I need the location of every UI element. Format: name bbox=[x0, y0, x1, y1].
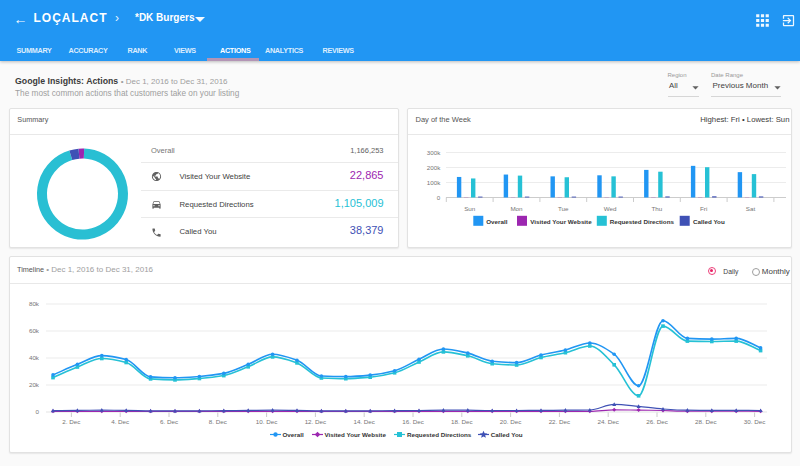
svg-text:30. Dec: 30. Dec bbox=[744, 418, 766, 425]
svg-text:Called You: Called You bbox=[693, 218, 725, 225]
svg-text:20k: 20k bbox=[29, 381, 40, 388]
svg-text:60k: 60k bbox=[29, 327, 40, 334]
svg-text:200k: 200k bbox=[427, 164, 441, 171]
svg-text:6. Dec: 6. Dec bbox=[160, 418, 178, 425]
svg-text:0: 0 bbox=[437, 194, 441, 201]
svg-text:Sun: Sun bbox=[464, 205, 476, 212]
svg-text:4. Dec: 4. Dec bbox=[111, 418, 129, 425]
svg-text:300k: 300k bbox=[427, 149, 441, 156]
svg-text:Overall: Overall bbox=[486, 218, 507, 225]
svg-text:80k: 80k bbox=[29, 300, 40, 307]
svg-text:26. Dec: 26. Dec bbox=[646, 418, 668, 425]
svg-text:8. Dec: 8. Dec bbox=[209, 418, 227, 425]
svg-text:12. Dec: 12. Dec bbox=[305, 418, 327, 425]
svg-text:2. Dec: 2. Dec bbox=[62, 418, 80, 425]
svg-text:18. Dec: 18. Dec bbox=[451, 418, 473, 425]
svg-text:16. Dec: 16. Dec bbox=[402, 418, 424, 425]
svg-text:40k: 40k bbox=[29, 354, 40, 361]
svg-text:100k: 100k bbox=[427, 179, 441, 186]
svg-text:20. Dec: 20. Dec bbox=[500, 418, 522, 425]
svg-text:Thu: Thu bbox=[652, 205, 663, 212]
svg-text:14. Dec: 14. Dec bbox=[353, 418, 375, 425]
svg-text:28. Dec: 28. Dec bbox=[695, 418, 717, 425]
svg-text:Sat: Sat bbox=[746, 205, 756, 212]
svg-text:Mon: Mon bbox=[510, 205, 523, 212]
svg-text:10. Dec: 10. Dec bbox=[256, 418, 278, 425]
svg-text:24. Dec: 24. Dec bbox=[597, 418, 619, 425]
svg-text:Tue: Tue bbox=[558, 205, 569, 212]
svg-text:Visited Your Website: Visited Your Website bbox=[530, 218, 592, 225]
svg-text:Wed: Wed bbox=[604, 205, 617, 212]
svg-text:Requested Directions: Requested Directions bbox=[610, 218, 675, 225]
svg-text:0: 0 bbox=[36, 408, 40, 415]
svg-text:22. Dec: 22. Dec bbox=[549, 418, 571, 425]
svg-text:Fri: Fri bbox=[700, 205, 707, 212]
